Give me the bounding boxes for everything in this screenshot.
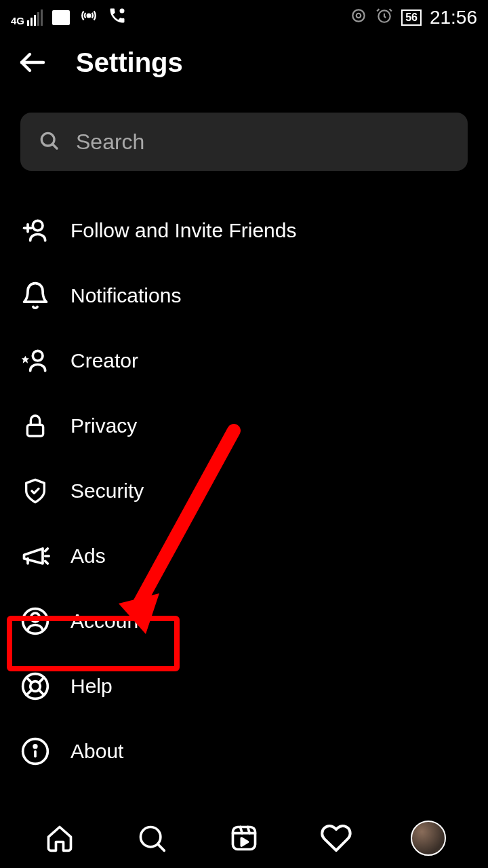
svg-line-16 (45, 561, 48, 564)
hotspot-icon (79, 6, 98, 29)
menu-label: Ads (70, 545, 106, 568)
svg-marker-37 (241, 838, 247, 846)
svg-point-18 (31, 613, 40, 622)
svg-point-1 (120, 9, 125, 14)
menu-label: Account (70, 610, 144, 633)
nav-activity[interactable] (319, 821, 354, 856)
person-add-icon (20, 216, 50, 245)
user-circle-icon (20, 606, 50, 636)
menu-item-creator[interactable]: Creator (20, 328, 468, 393)
svg-marker-12 (22, 356, 29, 363)
page-title: Settings (76, 47, 183, 78)
lifebuoy-icon (20, 671, 50, 701)
svg-point-8 (33, 220, 43, 231)
svg-point-2 (357, 14, 361, 18)
megaphone-icon (20, 541, 50, 571)
star-person-icon (20, 346, 50, 376)
menu-label: Privacy (70, 414, 137, 437)
menu-label: Notifications (70, 284, 181, 307)
menu-item-privacy[interactable]: Privacy (20, 393, 468, 458)
search-input[interactable] (76, 130, 450, 155)
avatar (411, 821, 446, 856)
svg-line-32 (158, 844, 164, 850)
alarm-icon (375, 7, 393, 28)
menu-item-notifications[interactable]: Notifications (20, 263, 468, 328)
search-box[interactable] (20, 113, 468, 171)
status-bar: 4G (0, 0, 488, 33)
call-icon (108, 6, 127, 29)
info-icon (20, 736, 50, 766)
nav-search[interactable] (134, 821, 169, 856)
svg-line-21 (26, 677, 32, 683)
menu-item-account[interactable]: Account (20, 589, 468, 654)
svg-line-24 (26, 690, 32, 695)
network-label: 4G (11, 16, 24, 26)
menu-label: About (70, 740, 123, 763)
menu-item-help[interactable]: Help (20, 654, 468, 719)
menu-label: Security (70, 479, 144, 502)
lock-icon (20, 411, 50, 441)
menu-item-about[interactable]: About (20, 719, 468, 784)
cast-icon (350, 7, 367, 28)
menu-label: Help (70, 675, 113, 698)
svg-point-0 (87, 14, 91, 18)
svg-point-27 (34, 745, 37, 748)
svg-point-3 (352, 9, 364, 21)
nav-profile[interactable] (411, 821, 446, 856)
menu-label: Creator (70, 349, 138, 372)
svg-point-11 (33, 351, 43, 361)
svg-line-14 (45, 549, 48, 551)
svg-rect-33 (233, 827, 256, 850)
search-container (20, 113, 468, 171)
svg-line-23 (39, 677, 44, 683)
battery-indicator: 56 (401, 9, 422, 25)
back-button[interactable] (16, 46, 49, 79)
clock: 21:56 (430, 7, 477, 28)
svg-rect-13 (27, 425, 43, 436)
bell-icon (20, 281, 50, 311)
header: Settings (0, 33, 488, 99)
settings-menu: Follow and Invite Friends Notifications … (0, 198, 488, 784)
picture-icon (52, 10, 70, 25)
menu-label: Follow and Invite Friends (70, 219, 297, 242)
nav-home[interactable] (42, 821, 77, 856)
nav-reels[interactable] (226, 821, 262, 856)
status-left: 4G (11, 6, 127, 29)
menu-item-security[interactable]: Security (20, 458, 468, 524)
svg-line-22 (39, 690, 44, 695)
network-signal: 4G (11, 9, 43, 26)
status-right: 56 21:56 (350, 7, 477, 28)
shield-check-icon (20, 476, 50, 506)
menu-item-ads[interactable]: Ads (20, 524, 468, 589)
search-icon (38, 130, 60, 154)
bottom-nav (0, 808, 488, 868)
svg-line-7 (53, 144, 57, 149)
menu-item-follow-invite[interactable]: Follow and Invite Friends (20, 198, 468, 263)
